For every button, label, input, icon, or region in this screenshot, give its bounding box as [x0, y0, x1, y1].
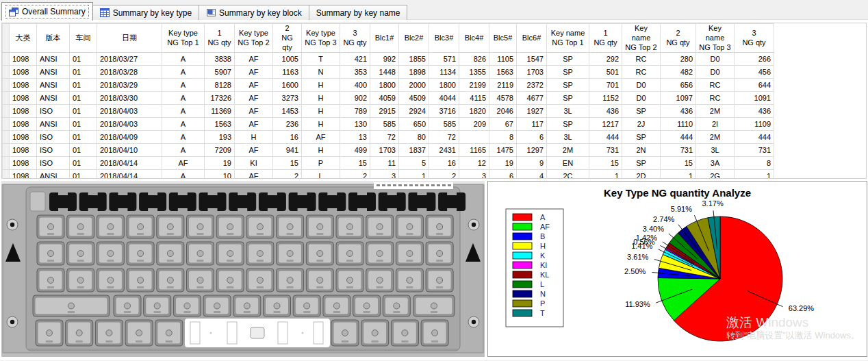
- table-row[interactable]: 1098ANSI012018/04/03A1563AF236H130585650…: [3, 118, 774, 131]
- table-cell: ANSI: [37, 66, 70, 79]
- column-header[interactable]: 1 NG qty: [589, 24, 622, 53]
- table-cell: 1563: [489, 66, 517, 79]
- table-cell: 1855: [399, 53, 429, 66]
- tab-label: Summary by key block: [219, 8, 302, 18]
- pie-chart-panel: Key Type NG quantity Analyze 63.29%11.93…: [487, 181, 867, 357]
- pie-percent-label: 1.42%: [636, 234, 657, 242]
- table-cell: 2: [340, 170, 370, 179]
- table-row[interactable]: 1098ANSI012018/03/27A3838AF1005T42199218…: [3, 53, 774, 66]
- table-cell: 193: [205, 131, 235, 144]
- table-cell: 2018/04/14: [97, 170, 162, 179]
- row-selector[interactable]: [3, 66, 10, 79]
- tab-summary-by-key-type[interactable]: Summary by key type: [92, 5, 199, 20]
- row-selector[interactable]: [3, 53, 10, 66]
- tab-summary-by-key-name[interactable]: Summary by key name: [309, 5, 408, 20]
- table-cell: 400: [340, 79, 370, 92]
- tab-overall-summary[interactable]: Overall Summary: [1, 2, 93, 21]
- table-cell: AF: [235, 105, 273, 118]
- column-header[interactable]: Key type NG Top 1: [162, 24, 205, 53]
- legend-label-P: P: [540, 299, 545, 308]
- tab-summary-by-key-block[interactable]: Summary by key block: [199, 5, 309, 20]
- table-cell: ANSI: [37, 170, 70, 179]
- table-cell: 1098: [10, 66, 37, 79]
- table-cell: 7209: [205, 144, 235, 157]
- table-row[interactable]: 1098ANSI012018/03/30A17326AF3273H9024059…: [3, 92, 774, 105]
- table-cell: 5: [399, 157, 429, 170]
- table-row[interactable]: 1098ISO012018/04/14AF19KI15P151151612199…: [3, 157, 774, 170]
- column-header[interactable]: 1 NG qty: [205, 24, 235, 53]
- table-cell: 436: [589, 105, 622, 118]
- table-row[interactable]: 1098ISO012018/04/09A193H16AF13728072863L…: [3, 131, 774, 144]
- chart-title: Key Type NG quantity Analyze: [488, 187, 867, 199]
- table-cell: 4: [517, 170, 547, 179]
- key-block-icon: [206, 8, 216, 17]
- keyboard-image-panel: [1, 181, 485, 357]
- column-header[interactable]: Blc5#: [489, 24, 517, 53]
- table-cell: 1098: [10, 170, 37, 179]
- column-header[interactable]: Key name NG Top 2: [622, 24, 661, 53]
- table-row[interactable]: 1098ANSI012018/03/29A8128AF1600H40018002…: [3, 79, 774, 92]
- table-cell: 13: [340, 131, 370, 144]
- table-cell: 444: [661, 131, 696, 144]
- column-header[interactable]: 3 NG qty: [735, 24, 774, 53]
- table-cell: [459, 131, 489, 144]
- row-selector[interactable]: [3, 92, 10, 105]
- row-selector[interactable]: [3, 170, 10, 179]
- table-cell: 15: [661, 157, 696, 170]
- pie-percent-label: 5.91%: [671, 205, 692, 213]
- row-selector[interactable]: [3, 105, 10, 118]
- legend-label-N: N: [540, 290, 546, 298]
- column-header[interactable]: 2 NG qty: [661, 24, 696, 53]
- table-cell: 656: [661, 79, 696, 92]
- table-row[interactable]: 1098ANSI012018/04/14A10AF2L23123642C12D1…: [3, 170, 774, 179]
- row-selector[interactable]: [3, 79, 10, 92]
- table-cell: 1098: [10, 157, 37, 170]
- table-cell: 1927: [517, 105, 547, 118]
- column-header[interactable]: Key name NG Top 1: [547, 24, 589, 53]
- column-header[interactable]: 版本: [37, 24, 70, 53]
- column-header[interactable]: 车间: [70, 24, 97, 53]
- table-cell: 2C: [547, 170, 589, 179]
- table-row[interactable]: 1098ANSI012018/03/28A5907AF1163N35314481…: [3, 66, 774, 79]
- table-cell: 3L: [547, 105, 589, 118]
- table-cell: 130: [340, 118, 370, 131]
- table-row[interactable]: 1098ISO012018/04/10A7209AF941H4991703183…: [3, 144, 774, 157]
- overall-summary-page: 大类版本车间日期Key type NG Top 11 NG qtyKey typ…: [0, 20, 868, 360]
- table-cell: 4115: [459, 92, 489, 105]
- table-cell: 650: [399, 118, 429, 131]
- column-header[interactable]: Blc2#: [399, 24, 429, 53]
- table-row[interactable]: 1098ISO012018/04/03A11369AF1453H78929152…: [3, 105, 774, 118]
- table-cell: 1: [735, 170, 774, 179]
- table-cell: 789: [340, 105, 370, 118]
- table-cell: 280: [661, 53, 696, 66]
- table-cell: A: [162, 131, 205, 144]
- tab-label: Summary by key type: [113, 8, 192, 18]
- table-cell: 436: [735, 105, 774, 118]
- table-cell: 10: [205, 170, 235, 179]
- table-cell: L: [302, 170, 340, 179]
- table-cell: 1: [399, 170, 429, 179]
- table-cell: 1152: [589, 92, 622, 105]
- column-header[interactable]: 2 NG qty: [273, 24, 302, 53]
- column-header[interactable]: Blc4#: [459, 24, 489, 53]
- row-selector[interactable]: [3, 157, 10, 170]
- column-header[interactable]: 大类: [10, 24, 37, 53]
- row-selector[interactable]: [3, 131, 10, 144]
- table-cell: 1097: [661, 92, 696, 105]
- column-header[interactable]: 3 NG qty: [340, 24, 370, 53]
- key-type-icon: [100, 8, 110, 17]
- column-header[interactable]: Blc6#: [517, 24, 547, 53]
- column-header[interactable]: Key type NG Top 2: [235, 24, 273, 53]
- row-selector[interactable]: [3, 144, 10, 157]
- column-header[interactable]: Key name NG Top 3: [696, 24, 735, 53]
- table-cell: 2119: [489, 79, 517, 92]
- tab-focus-ring: Summary by key name: [313, 6, 404, 20]
- column-header[interactable]: Key type NG Top 3: [302, 24, 340, 53]
- column-header[interactable]: 日期: [97, 24, 162, 53]
- table-cell: A: [162, 79, 205, 92]
- column-header[interactable]: Blc1#: [370, 24, 399, 53]
- column-header[interactable]: Blc3#: [429, 24, 459, 53]
- table-cell: ISO: [37, 131, 70, 144]
- row-selector[interactable]: [3, 118, 10, 131]
- pie-chart: 63.29%11.93%2.50%3.61%1.41%0.56%1.42%3.4…: [488, 182, 867, 356]
